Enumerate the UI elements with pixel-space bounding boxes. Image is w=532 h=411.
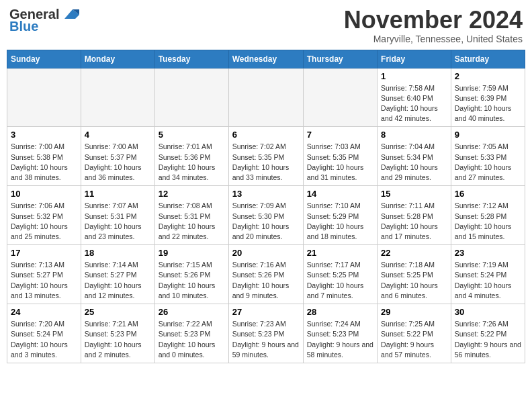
day-cell: 16Sunrise: 7:12 AM Sunset: 5:28 PM Dayli… [451,186,525,245]
day-info: Sunrise: 7:14 AM Sunset: 5:27 PM Dayligh… [85,260,151,301]
day-info: Sunrise: 7:59 AM Sunset: 6:39 PM Dayligh… [455,83,521,124]
weekday-header-monday: Monday [81,50,154,68]
day-cell: 8Sunrise: 7:04 AM Sunset: 5:34 PM Daylig… [378,127,451,186]
day-info: Sunrise: 7:22 AM Sunset: 5:23 PM Dayligh… [159,319,225,360]
location-subtitle: Maryville, Tennessee, United States [344,34,523,44]
day-cell: 12Sunrise: 7:08 AM Sunset: 5:31 PM Dayli… [154,186,228,245]
day-info: Sunrise: 7:00 AM Sunset: 5:38 PM Dayligh… [11,142,77,183]
day-cell: 27Sunrise: 7:23 AM Sunset: 5:23 PM Dayli… [228,304,303,363]
weekday-header-sunday: Sunday [7,50,81,68]
day-cell: 5Sunrise: 7:01 AM Sunset: 5:36 PM Daylig… [154,127,228,186]
day-cell: 14Sunrise: 7:10 AM Sunset: 5:29 PM Dayli… [303,186,377,245]
day-cell: 23Sunrise: 7:19 AM Sunset: 5:24 PM Dayli… [451,245,525,304]
day-number: 14 [307,189,373,199]
weekday-header-thursday: Thursday [303,50,377,68]
day-number: 11 [85,189,151,199]
day-cell: 1Sunrise: 7:58 AM Sunset: 6:40 PM Daylig… [378,68,451,127]
page-header: General Blue November 2024 Maryville, Te… [7,7,525,44]
day-cell: 11Sunrise: 7:07 AM Sunset: 5:31 PM Dayli… [81,186,154,245]
day-cell: 17Sunrise: 7:13 AM Sunset: 5:27 PM Dayli… [7,245,81,304]
day-info: Sunrise: 7:09 AM Sunset: 5:30 PM Dayligh… [232,201,300,242]
day-number: 13 [232,189,300,199]
day-cell: 28Sunrise: 7:24 AM Sunset: 5:23 PM Dayli… [303,304,377,363]
day-cell [81,68,154,127]
weekday-header-friday: Friday [378,50,451,68]
day-number: 30 [455,307,521,317]
day-number: 28 [307,307,373,317]
day-number: 12 [159,189,225,199]
day-info: Sunrise: 7:24 AM Sunset: 5:23 PM Dayligh… [307,319,373,360]
day-cell [154,68,228,127]
day-cell: 3Sunrise: 7:00 AM Sunset: 5:38 PM Daylig… [7,127,81,186]
day-number: 7 [307,130,373,140]
day-info: Sunrise: 7:13 AM Sunset: 5:27 PM Dayligh… [11,260,77,301]
day-info: Sunrise: 7:00 AM Sunset: 5:37 PM Dayligh… [85,142,151,183]
day-number: 18 [85,248,151,258]
day-number: 17 [11,248,77,258]
day-info: Sunrise: 7:58 AM Sunset: 6:40 PM Dayligh… [381,83,447,124]
calendar-body: 1Sunrise: 7:58 AM Sunset: 6:40 PM Daylig… [7,68,525,363]
day-number: 24 [11,307,77,317]
day-number: 23 [455,248,521,258]
day-info: Sunrise: 7:01 AM Sunset: 5:36 PM Dayligh… [159,142,225,183]
day-number: 2 [455,71,521,81]
weekday-header-saturday: Saturday [451,50,525,68]
day-number: 5 [159,130,225,140]
day-info: Sunrise: 7:11 AM Sunset: 5:28 PM Dayligh… [381,201,447,242]
day-cell: 2Sunrise: 7:59 AM Sunset: 6:39 PM Daylig… [451,68,525,127]
day-cell [228,68,303,127]
day-cell: 20Sunrise: 7:16 AM Sunset: 5:26 PM Dayli… [228,245,303,304]
day-number: 22 [381,248,447,258]
week-row-4: 17Sunrise: 7:13 AM Sunset: 5:27 PM Dayli… [7,245,525,304]
day-number: 9 [455,130,521,140]
day-number: 3 [11,130,77,140]
day-info: Sunrise: 7:05 AM Sunset: 5:33 PM Dayligh… [455,142,521,183]
logo-blue: Blue [9,19,38,34]
day-info: Sunrise: 7:18 AM Sunset: 5:25 PM Dayligh… [381,260,447,301]
day-number: 1 [381,71,447,81]
day-number: 26 [159,307,225,317]
logo: General Blue [9,7,79,34]
day-info: Sunrise: 7:12 AM Sunset: 5:28 PM Dayligh… [455,201,521,242]
week-row-5: 24Sunrise: 7:20 AM Sunset: 5:24 PM Dayli… [7,304,525,363]
day-number: 19 [159,248,225,258]
day-number: 25 [85,307,151,317]
day-info: Sunrise: 7:16 AM Sunset: 5:26 PM Dayligh… [232,260,300,301]
day-info: Sunrise: 7:20 AM Sunset: 5:24 PM Dayligh… [11,319,77,360]
day-cell [7,68,81,127]
header-row: SundayMondayTuesdayWednesdayThursdayFrid… [7,50,525,68]
day-cell: 26Sunrise: 7:22 AM Sunset: 5:23 PM Dayli… [154,304,228,363]
day-number: 15 [381,189,447,199]
day-cell: 22Sunrise: 7:18 AM Sunset: 5:25 PM Dayli… [378,245,451,304]
day-number: 21 [307,248,373,258]
day-cell: 6Sunrise: 7:02 AM Sunset: 5:35 PM Daylig… [228,127,303,186]
day-number: 16 [455,189,521,199]
day-number: 29 [381,307,447,317]
day-cell: 21Sunrise: 7:17 AM Sunset: 5:25 PM Dayli… [303,245,377,304]
day-cell: 18Sunrise: 7:14 AM Sunset: 5:27 PM Dayli… [81,245,154,304]
day-info: Sunrise: 7:02 AM Sunset: 5:35 PM Dayligh… [232,142,300,183]
day-info: Sunrise: 7:21 AM Sunset: 5:23 PM Dayligh… [85,319,151,360]
day-cell: 24Sunrise: 7:20 AM Sunset: 5:24 PM Dayli… [7,304,81,363]
day-info: Sunrise: 7:06 AM Sunset: 5:32 PM Dayligh… [11,201,77,242]
day-number: 27 [232,307,300,317]
day-cell: 13Sunrise: 7:09 AM Sunset: 5:30 PM Dayli… [228,186,303,245]
day-info: Sunrise: 7:17 AM Sunset: 5:25 PM Dayligh… [307,260,373,301]
day-cell: 29Sunrise: 7:25 AM Sunset: 5:22 PM Dayli… [378,304,451,363]
day-cell: 30Sunrise: 7:26 AM Sunset: 5:22 PM Dayli… [451,304,525,363]
calendar-header: SundayMondayTuesdayWednesdayThursdayFrid… [7,50,525,68]
day-cell: 7Sunrise: 7:03 AM Sunset: 5:35 PM Daylig… [303,127,377,186]
title-block: November 2024 Maryville, Tennessee, Unit… [344,7,523,44]
day-number: 6 [232,130,300,140]
calendar-table: SundayMondayTuesdayWednesdayThursdayFrid… [7,50,525,363]
day-info: Sunrise: 7:25 AM Sunset: 5:22 PM Dayligh… [381,319,447,360]
day-info: Sunrise: 7:23 AM Sunset: 5:23 PM Dayligh… [232,319,300,360]
day-number: 4 [85,130,151,140]
day-info: Sunrise: 7:19 AM Sunset: 5:24 PM Dayligh… [455,260,521,301]
day-cell: 10Sunrise: 7:06 AM Sunset: 5:32 PM Dayli… [7,186,81,245]
day-info: Sunrise: 7:08 AM Sunset: 5:31 PM Dayligh… [159,201,225,242]
day-info: Sunrise: 7:03 AM Sunset: 5:35 PM Dayligh… [307,142,373,183]
day-cell: 25Sunrise: 7:21 AM Sunset: 5:23 PM Dayli… [81,304,154,363]
day-cell: 19Sunrise: 7:15 AM Sunset: 5:26 PM Dayli… [154,245,228,304]
day-info: Sunrise: 7:15 AM Sunset: 5:26 PM Dayligh… [159,260,225,301]
